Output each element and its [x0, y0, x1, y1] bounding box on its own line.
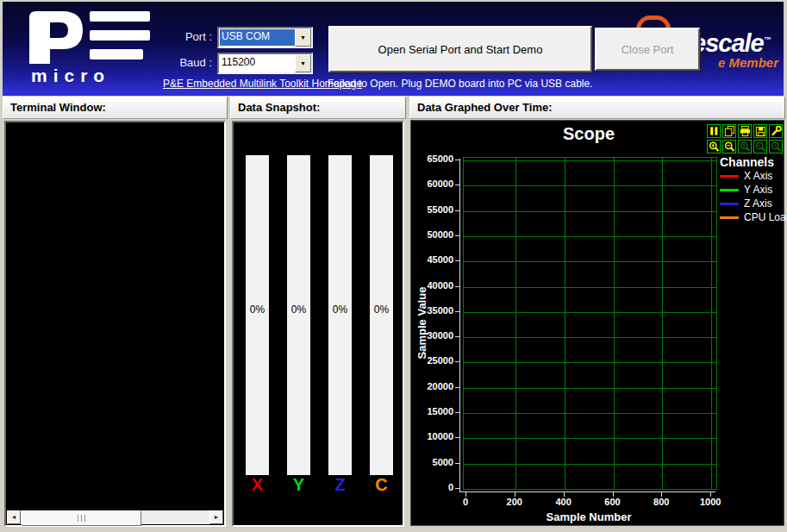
- gridline-horizontal: [464, 261, 716, 262]
- snapshot-bar-label: X: [246, 475, 269, 495]
- close-port-button[interactable]: Close Port: [595, 28, 700, 71]
- scrollbar-right-arrow-icon[interactable]: ►: [209, 510, 223, 524]
- app-window: micro Port : USB COM ▼ Baud : 115200 ▼ P…: [0, 0, 787, 532]
- legend-entry: CPU Load: [711, 210, 787, 224]
- print-button[interactable]: [738, 124, 752, 138]
- gridline-vertical: [565, 158, 565, 489]
- gridline-horizontal: [464, 362, 716, 363]
- legend-color-line: [720, 216, 739, 219]
- y-tick-label: 5000: [413, 457, 453, 467]
- copy-button[interactable]: [722, 124, 736, 138]
- legend-entry-label: Y Axis: [744, 184, 772, 196]
- y-tick-label: 30000: [413, 330, 453, 341]
- legend-color-line: [720, 175, 739, 178]
- snapshot-bar: 0%: [328, 155, 352, 475]
- zoom-reset-button[interactable]: [738, 140, 752, 153]
- snapshot-bar-value: 0%: [370, 304, 393, 316]
- settings-icon: [770, 125, 782, 137]
- gridline-horizontal: [464, 185, 716, 186]
- zoom-out-icon: [723, 141, 735, 153]
- scrollbar-thumb[interactable]: [22, 510, 141, 526]
- copy-icon: [723, 125, 735, 137]
- settings-button[interactable]: [769, 124, 783, 138]
- x-axis-line: [459, 491, 715, 492]
- snapshot-bar: 0%: [287, 155, 310, 475]
- y-tick-label: 15000: [413, 406, 453, 416]
- baud-label: Baud :: [134, 56, 212, 69]
- scope-area: Scope Channels X AxisY AxisZ AxisCPU Loa…: [410, 120, 784, 526]
- y-tick-label: 65000: [413, 153, 453, 164]
- header: micro Port : USB COM ▼ Baud : 115200 ▼ P…: [3, 2, 784, 90]
- baud-select[interactable]: 115200 ▼: [217, 53, 313, 74]
- legend-title: Channels: [711, 155, 787, 169]
- gridline-horizontal: [464, 287, 716, 288]
- port-dropdown-arrow-icon[interactable]: ▼: [295, 28, 311, 47]
- terminal-output[interactable]: ◄ ►: [4, 121, 226, 527]
- y-tick-label: 0: [413, 482, 453, 492]
- baud-value: 115200: [220, 55, 296, 72]
- snapshot-panel: Data Snapshot: 0%X0%Y0%Z0%C: [230, 97, 406, 529]
- scope-plot-area: [463, 157, 717, 490]
- x-tick-label: 400: [547, 497, 581, 507]
- snapshot-bar-label: Z: [328, 475, 352, 495]
- y-tick-mark: [455, 361, 459, 362]
- zoom-previous-icon: [754, 141, 766, 153]
- y-tick-label: 20000: [413, 381, 453, 391]
- graph-panel-title: Data Graphed Over Time:: [409, 97, 785, 119]
- scrollbar-left-arrow-icon[interactable]: ◄: [7, 510, 21, 524]
- terminal-horizontal-scrollbar[interactable]: ◄ ►: [7, 510, 223, 524]
- gridline-vertical: [614, 158, 615, 489]
- snapshot-bar-value: 0%: [246, 304, 269, 316]
- graph-panel: Data Graphed Over Time: Scope Channels X…: [409, 97, 785, 527]
- y-tick-label: 10000: [413, 431, 453, 441]
- gridline-horizontal: [464, 413, 716, 414]
- zoom-out-button[interactable]: [722, 140, 736, 153]
- zoom-in-button[interactable]: [707, 140, 721, 153]
- legend-entry-label: X Axis: [744, 170, 772, 182]
- save-icon: [754, 125, 766, 137]
- y-tick-label: 45000: [413, 254, 453, 265]
- zoom-in-icon: [708, 141, 720, 153]
- pause-button[interactable]: [707, 124, 721, 138]
- zoom-previous-button[interactable]: [753, 140, 767, 153]
- print-icon: [739, 125, 751, 137]
- gridline-horizontal: [464, 312, 716, 313]
- gridline-vertical: [662, 158, 663, 489]
- x-tick-label: 200: [497, 497, 532, 507]
- zoom-next-icon: [770, 141, 782, 153]
- gridline-horizontal: [464, 337, 716, 338]
- gridline-vertical: [711, 158, 712, 489]
- y-tick-mark: [455, 160, 459, 160]
- gridline-horizontal: [464, 388, 716, 389]
- legend-entry: Z Axis: [711, 197, 787, 210]
- x-axis-label: Sample Number: [459, 510, 718, 523]
- legend-entry-label: Z Axis: [744, 197, 772, 210]
- zoom-reset-icon: [739, 141, 751, 153]
- y-tick-label: 55000: [413, 204, 453, 215]
- gridline-horizontal: [464, 438, 716, 439]
- y-tick-label: 35000: [413, 305, 453, 316]
- open-port-button[interactable]: Open Serial Port and Start Demo: [328, 26, 592, 72]
- save-button[interactable]: [753, 124, 767, 138]
- header-accent-strip: [3, 90, 784, 96]
- legend-entry: Y Axis: [711, 183, 787, 197]
- y-tick-label: 50000: [413, 229, 453, 240]
- freescale-logo-text: escale™: [692, 29, 784, 58]
- channels-legend: Channels X AxisY AxisZ AxisCPU Load: [711, 155, 787, 224]
- y-tick-label: 25000: [413, 355, 453, 366]
- x-tick-label: 800: [644, 497, 678, 507]
- snapshot-display: 0%X0%Y0%Z0%C: [232, 121, 404, 527]
- y-axis-label: Sample Value: [415, 185, 428, 461]
- y-tick-mark: [455, 387, 459, 388]
- y-tick-mark: [455, 463, 459, 464]
- gridline-horizontal: [464, 211, 716, 212]
- zoom-next-button[interactable]: [769, 140, 783, 153]
- snapshot-panel-title: Data Snapshot:: [230, 97, 406, 119]
- snapshot-bar-value: 0%: [328, 304, 352, 316]
- gridline-vertical: [515, 158, 516, 489]
- gridline-horizontal: [464, 464, 716, 465]
- baud-dropdown-arrow-icon[interactable]: ▼: [295, 54, 311, 72]
- y-tick-mark: [455, 210, 459, 211]
- y-tick-mark: [455, 437, 459, 438]
- port-select[interactable]: USB COM ▼: [217, 27, 313, 48]
